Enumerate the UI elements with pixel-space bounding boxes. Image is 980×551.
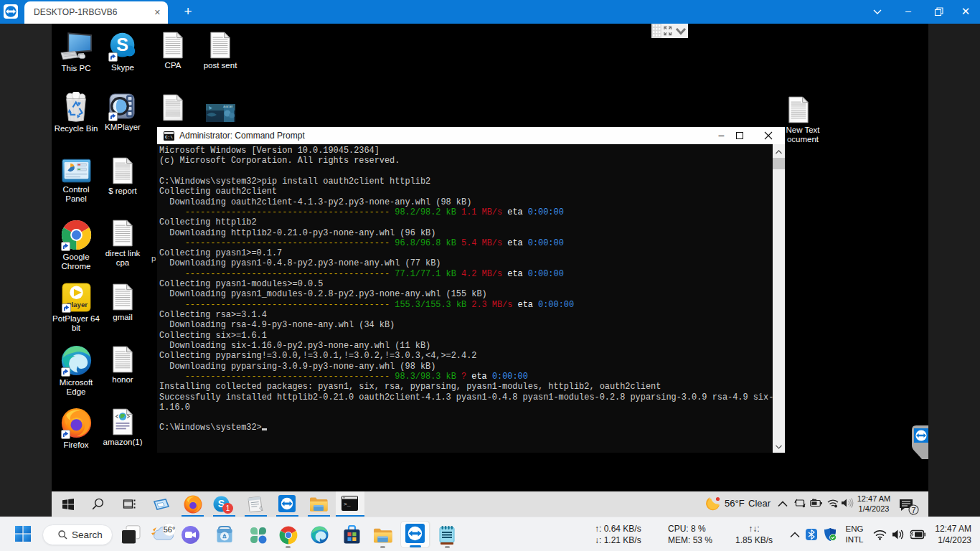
- svg-text:C:\: C:\: [165, 135, 173, 140]
- svg-text:>_: >_: [344, 501, 351, 507]
- svg-text:7: 7: [911, 506, 915, 514]
- svg-text:56°: 56°: [164, 525, 176, 534]
